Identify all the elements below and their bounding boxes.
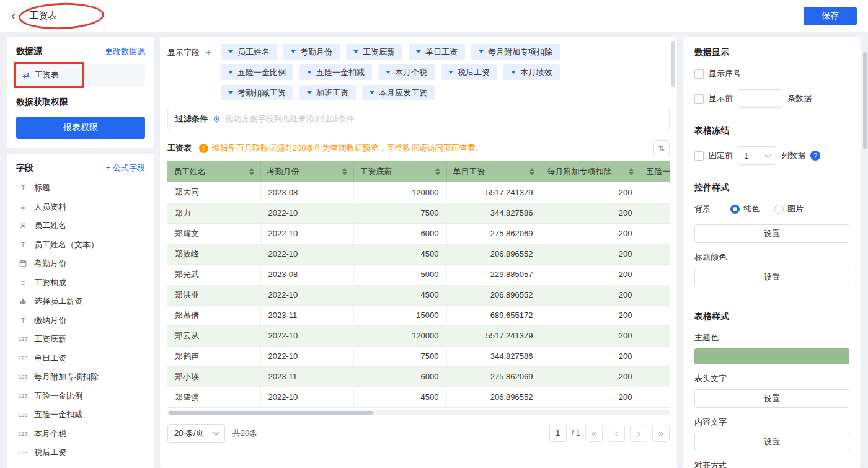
column-header[interactable]: 单日工资 bbox=[446, 161, 541, 182]
page-nav-buttons: «‹›» bbox=[585, 425, 670, 442]
radio-icon[interactable] bbox=[774, 205, 784, 214]
bg-image-option[interactable]: 图片 bbox=[774, 203, 804, 214]
column-label: 员工姓名 bbox=[174, 166, 206, 177]
show-index-checkbox[interactable] bbox=[694, 69, 704, 79]
change-datasource-link[interactable]: 更改数据源 bbox=[105, 46, 145, 57]
theme-color-swatch[interactable] bbox=[694, 348, 849, 364]
display-fields-section: 显示字段 + 员工姓名考勤月份工资底薪单日工资每月附加专项扣除五险一金比例五险一… bbox=[167, 44, 670, 100]
page-size-value: 20 条/页 bbox=[174, 428, 204, 439]
section-icon: ≡ bbox=[17, 203, 29, 211]
sort-icon[interactable] bbox=[342, 168, 347, 175]
last-page-button[interactable]: » bbox=[652, 425, 670, 442]
display-field-chip[interactable]: 税后工资 bbox=[441, 64, 497, 80]
background-settings-button[interactable]: 设置 bbox=[694, 224, 849, 243]
save-button[interactable]: 保存 bbox=[804, 7, 857, 25]
field-item[interactable]: 123每月附加专项扣除 bbox=[16, 368, 145, 387]
field-item[interactable]: T员工姓名（文本） bbox=[16, 236, 145, 255]
total-count: 共20条 bbox=[232, 428, 257, 439]
table-cell: 2023-11 bbox=[260, 305, 353, 325]
datasource-item[interactable]: ⇄ 工资表 bbox=[16, 64, 145, 86]
radio-checked-icon[interactable] bbox=[730, 205, 740, 214]
help-icon[interactable]: ? bbox=[810, 151, 820, 161]
title-color-settings-button[interactable]: 设置 bbox=[694, 268, 849, 286]
display-field-chip[interactable]: 工资底薪 bbox=[346, 44, 402, 60]
display-field-chip[interactable]: 本月应发工资 bbox=[362, 85, 435, 100]
display-field-chip[interactable]: 五险一金扣减 bbox=[299, 64, 372, 80]
field-item[interactable]: T标题 bbox=[16, 179, 145, 198]
field-item[interactable]: 123工资底薪 bbox=[16, 330, 145, 349]
table-cell bbox=[640, 223, 670, 244]
table-sort-button[interactable]: ⇅ bbox=[653, 140, 670, 156]
column-header[interactable]: 员工姓名 bbox=[167, 161, 260, 182]
table-cell: 郑效峰 bbox=[167, 244, 260, 264]
freeze-row: 固定前 1 列数据 ? bbox=[694, 146, 849, 165]
current-page-input[interactable]: 1 bbox=[549, 425, 567, 442]
field-item[interactable]: T缴纳月份 bbox=[16, 311, 145, 330]
prev-page-button[interactable]: ‹ bbox=[608, 425, 625, 442]
display-field-chip[interactable]: 加班工资 bbox=[299, 85, 356, 100]
table-row: 郑小瑛2023-116000275.862069200 bbox=[167, 366, 670, 387]
field-item[interactable]: 选择员工薪资 bbox=[16, 292, 145, 311]
field-item[interactable]: 123五险一金扣减 bbox=[16, 405, 145, 425]
sort-icon[interactable] bbox=[629, 168, 634, 175]
vertical-scrollbar-thumb[interactable] bbox=[671, 41, 675, 87]
table-row: 郑鹤声2022-107500344.827586200 bbox=[167, 346, 670, 366]
column-header[interactable]: 五险一金 bbox=[640, 161, 670, 182]
datasource-title: 数据源 bbox=[16, 46, 42, 57]
table-row: 郑光武2023-085000229.885057200 bbox=[167, 264, 670, 285]
header-text-settings-button[interactable]: 设置 bbox=[694, 389, 849, 408]
next-page-button[interactable]: › bbox=[630, 425, 647, 442]
show-first-checkbox[interactable] bbox=[694, 94, 704, 104]
freeze-count-select[interactable]: 1 bbox=[738, 146, 776, 165]
field-item[interactable]: 考勤月份 bbox=[16, 254, 145, 273]
show-first-count-input[interactable] bbox=[738, 89, 782, 108]
table-cell bbox=[640, 264, 670, 285]
display-field-chip[interactable]: 每月附加专项扣除 bbox=[471, 44, 560, 60]
field-item[interactable]: 123五险一金比例 bbox=[16, 387, 145, 406]
display-field-chip[interactable]: 本月个税 bbox=[378, 64, 435, 80]
display-field-chip[interactable]: 五险一金比例 bbox=[221, 64, 293, 80]
back-icon[interactable]: ‹ bbox=[11, 9, 16, 23]
table-cell: 郑云从 bbox=[167, 325, 260, 346]
gear-icon[interactable]: ⚙ bbox=[213, 114, 221, 124]
field-item[interactable]: 123本月个税 bbox=[16, 425, 145, 444]
chevron-down-icon bbox=[479, 50, 484, 53]
horizontal-scrollbar-thumb[interactable] bbox=[169, 411, 373, 415]
field-item[interactable]: ≡工资构成 bbox=[16, 273, 145, 293]
first-page-button[interactable]: « bbox=[585, 425, 603, 442]
display-field-chip[interactable]: 考勤扣减工资 bbox=[221, 85, 293, 100]
formula-field-link[interactable]: + 公式字段 bbox=[106, 162, 145, 174]
left-sidebar: 数据源 更改数据源 ⇄ 工资表 数据获取权限 报表权限 字段 + 公式字段 T标… bbox=[7, 37, 154, 468]
table-wrap: 员工姓名考勤月份工资底薪单日工资每月附加专项扣除五险一金郑大同2023-0812… bbox=[167, 161, 670, 408]
table-cell: 275.862069 bbox=[446, 223, 541, 244]
column-header[interactable]: 工资底薪 bbox=[353, 161, 446, 182]
sort-icon[interactable] bbox=[529, 168, 534, 175]
chevron-down-icon bbox=[353, 50, 358, 53]
sort-icon[interactable] bbox=[435, 168, 440, 175]
display-field-chip[interactable]: 员工姓名 bbox=[221, 44, 277, 60]
column-header[interactable]: 每月附加专项扣除 bbox=[541, 161, 640, 182]
freeze-checkbox[interactable] bbox=[694, 151, 704, 161]
page-size-select[interactable]: 20 条/页 bbox=[167, 424, 225, 443]
bg-solid-option[interactable]: 纯色 bbox=[730, 203, 760, 214]
field-item[interactable]: 123税后工资 bbox=[16, 443, 145, 462]
report-permission-button[interactable]: 报表权限 bbox=[16, 117, 145, 139]
section-icon: ≡ bbox=[17, 279, 29, 286]
filter-label: 过滤条件 bbox=[175, 113, 208, 125]
field-item[interactable]: 员工姓名 bbox=[16, 216, 145, 236]
display-field-chip[interactable]: 单日工资 bbox=[409, 44, 465, 60]
column-header[interactable]: 考勤月份 bbox=[260, 161, 353, 182]
display-field-chip[interactable]: 本月绩效 bbox=[503, 64, 560, 80]
add-field-icon[interactable]: + bbox=[206, 47, 211, 56]
field-item[interactable]: 123单日工资 bbox=[16, 349, 145, 368]
field-item[interactable]: ≡人员资料 bbox=[16, 198, 145, 217]
background-label: 背景 bbox=[694, 203, 730, 214]
page-scrollbar-thumb[interactable] bbox=[863, 52, 867, 149]
sort-icon[interactable] bbox=[249, 168, 254, 175]
display-field-chip[interactable]: 考勤月份 bbox=[283, 44, 340, 60]
table-cell: 200 bbox=[541, 223, 640, 244]
content-text-settings-button[interactable]: 设置 bbox=[694, 433, 849, 451]
field-label: 员工姓名（文本） bbox=[34, 239, 99, 250]
horizontal-scrollbar[interactable] bbox=[167, 410, 670, 415]
filter-conditions-bar[interactable]: 过滤条件 ⚙ 拖动左侧字段到此处来添加过滤条件 bbox=[167, 108, 670, 130]
